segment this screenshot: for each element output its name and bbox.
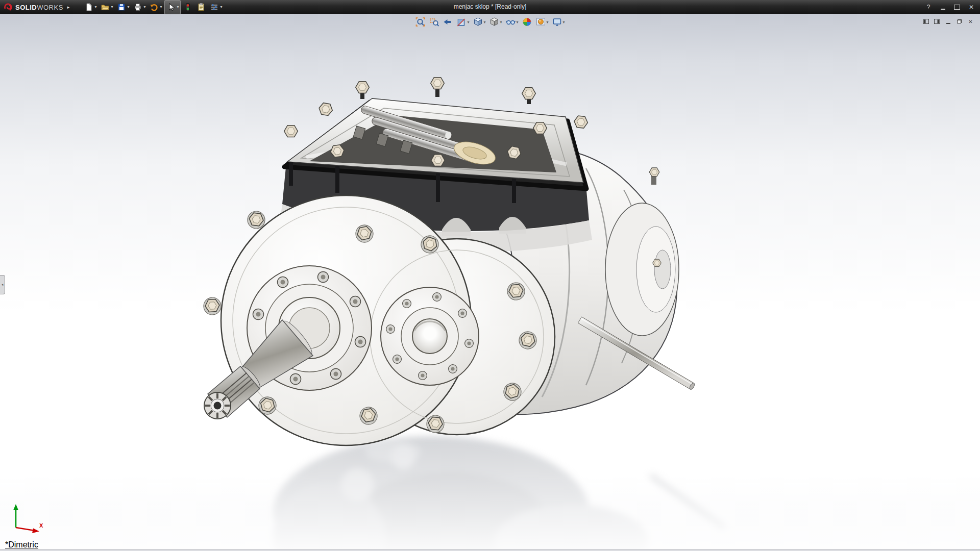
document-window-controls: ✕ <box>921 18 975 25</box>
orientation-triad: X <box>8 501 45 537</box>
open-dropdown[interactable]: ▾ <box>111 5 113 9</box>
document-title: menjac sklop * [Read-only] <box>454 0 527 14</box>
undo-button[interactable]: ▾ <box>148 1 163 14</box>
x-axis-arrowhead <box>32 529 39 534</box>
file-properties-icon <box>197 3 206 12</box>
section-view-icon <box>456 17 467 27</box>
minimize-icon <box>941 9 945 10</box>
quick-access-toolbar: ▾ ▾ ▾ ▾ <box>83 0 224 14</box>
options-icon <box>210 3 219 12</box>
display-style-icon <box>489 17 499 27</box>
doc-close-button[interactable]: ✕ <box>966 18 975 25</box>
doc-pane-right-button[interactable] <box>933 18 941 25</box>
apply-scene-icon <box>536 17 546 27</box>
edit-appearance-ball-icon <box>522 17 532 27</box>
section-view-button[interactable]: ▾ <box>455 16 470 28</box>
new-dropdown[interactable]: ▾ <box>94 5 96 9</box>
hide-show-items-dropdown[interactable]: ▾ <box>517 20 519 24</box>
undo-dropdown[interactable]: ▾ <box>160 5 162 9</box>
graphics-area[interactable]: ▾ ▾ ▾ <box>0 14 980 551</box>
edit-appearance-button[interactable] <box>521 16 533 28</box>
app-close-button[interactable]: ✕ <box>965 2 978 12</box>
panel-collapse-tab[interactable]: ◂ <box>0 275 5 294</box>
open-button[interactable]: ▾ <box>99 1 114 14</box>
view-settings-button[interactable]: ▾ <box>551 16 566 28</box>
save-dropdown[interactable]: ▾ <box>127 5 129 9</box>
zoom-to-area-icon <box>429 17 439 27</box>
brand-solid: SOLID <box>15 4 37 11</box>
view-orientation-label: *Dimetric <box>5 540 38 549</box>
options-button[interactable]: ▾ <box>208 1 224 14</box>
x-axis-label: X <box>39 522 43 529</box>
zoom-to-fit-icon <box>415 17 425 27</box>
panel-collapse-arrow-icon: ◂ <box>2 283 4 287</box>
view-settings-dropdown[interactable]: ▾ <box>563 20 565 24</box>
heads-up-view-toolbar: ▾ ▾ ▾ <box>414 16 566 28</box>
print-button[interactable]: ▾ <box>132 1 147 14</box>
pane-left-icon <box>923 19 929 24</box>
undo-icon <box>150 3 159 12</box>
print-dropdown[interactable]: ▾ <box>143 5 145 9</box>
previous-view-icon <box>443 17 453 27</box>
save-button[interactable]: ▾ <box>115 1 131 14</box>
hide-show-items-button[interactable]: ▾ <box>505 16 520 28</box>
section-view-dropdown[interactable]: ▾ <box>467 20 469 24</box>
reflection-fade <box>0 423 980 551</box>
solidworks-logo-icon <box>3 2 13 12</box>
new-button[interactable]: ▾ <box>83 1 98 14</box>
doc-minimize-button[interactable] <box>944 18 952 25</box>
gearbox-model-scene[interactable] <box>0 14 980 551</box>
doc-minimize-icon <box>946 23 950 24</box>
zoom-to-area-button[interactable] <box>428 16 440 28</box>
output-cover-boss[interactable] <box>381 287 479 385</box>
y-axis-arrowhead <box>13 504 18 510</box>
pane-right-icon <box>934 19 940 24</box>
print-icon <box>133 3 142 12</box>
display-style-dropdown[interactable]: ▾ <box>500 20 502 24</box>
help-button[interactable]: ? <box>922 2 935 12</box>
apply-scene-button[interactable]: ▾ <box>535 16 550 28</box>
titlebar: SOLIDWORKS ▸ ▾ ▾ ▾ <box>0 0 980 14</box>
open-folder-icon <box>101 3 110 12</box>
app-minimize-button[interactable] <box>936 2 949 12</box>
options-dropdown[interactable]: ▾ <box>220 5 222 9</box>
maximize-icon <box>954 5 960 10</box>
app-window-controls: ? ✕ <box>922 0 978 14</box>
status-bar <box>0 549 980 551</box>
save-floppy-icon <box>117 3 126 12</box>
menu-flyout-arrow[interactable]: ▸ <box>67 5 70 10</box>
brand-works: WORKS <box>37 4 63 11</box>
spline-end-face <box>204 392 231 419</box>
solidworks-window: SOLIDWORKS ▸ ▾ ▾ ▾ <box>0 0 980 551</box>
view-orientation-cube-icon <box>473 17 483 27</box>
app-maximize-button[interactable] <box>950 2 964 12</box>
view-settings-icon <box>552 17 562 27</box>
previous-view-button[interactable] <box>442 16 454 28</box>
x-axis <box>16 528 35 531</box>
display-style-button[interactable]: ▾ <box>488 16 503 28</box>
doc-restore-button[interactable] <box>955 18 964 25</box>
doc-restore-icon <box>957 19 962 23</box>
select-dropdown[interactable]: ▾ <box>177 5 179 9</box>
rebuild-button[interactable] <box>182 1 194 14</box>
view-orientation-button[interactable]: ▾ <box>472 16 486 28</box>
zoom-to-fit-button[interactable] <box>414 16 426 28</box>
apply-scene-dropdown[interactable]: ▾ <box>547 20 549 24</box>
view-orientation-dropdown[interactable]: ▾ <box>483 20 485 24</box>
rebuild-traffic-light-icon <box>183 3 192 12</box>
select-cursor-icon <box>166 3 176 12</box>
file-properties-button[interactable] <box>195 1 207 14</box>
select-button[interactable]: ▾ <box>164 0 181 14</box>
solidworks-logo: SOLIDWORKS ▸ <box>0 0 74 14</box>
hide-show-items-icon <box>506 17 516 27</box>
doc-pane-left-button[interactable] <box>921 18 930 25</box>
new-document-icon <box>84 3 93 12</box>
